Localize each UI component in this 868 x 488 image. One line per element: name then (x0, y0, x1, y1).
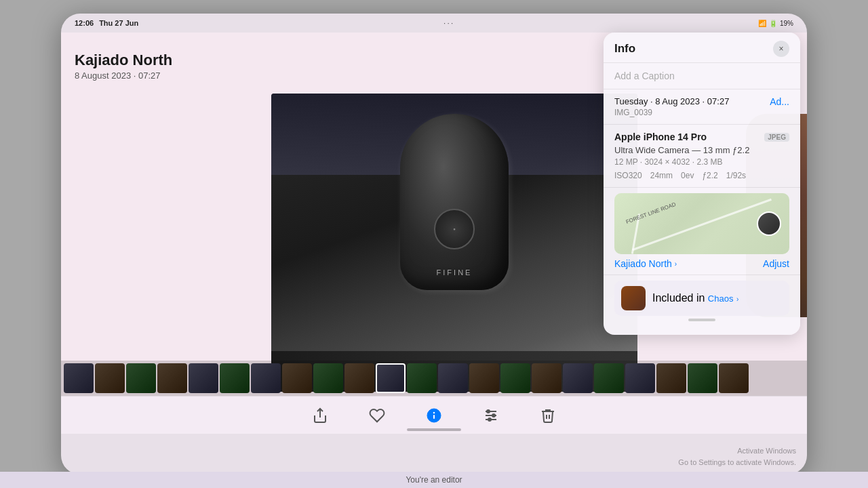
focal-value: 24mm (650, 171, 673, 180)
status-right: 📶 🔋 19% (758, 20, 793, 27)
list-item[interactable] (719, 363, 749, 393)
status-time: 12:06 (75, 19, 94, 27)
main-photo: ● FIFINE (271, 94, 637, 392)
windows-line2: Go to Settings to activate Windows. (678, 457, 796, 469)
list-item[interactable] (688, 363, 717, 393)
camera-section: Apple iPhone 14 Pro JPEG Ultra Wide Came… (604, 125, 800, 188)
chaos-album-link[interactable]: Chaos (708, 293, 734, 304)
map-photo-thumbnail (757, 211, 781, 236)
location-chevron-icon: › (675, 260, 677, 268)
list-item[interactable] (656, 363, 686, 393)
adjust-button[interactable] (479, 403, 503, 428)
camera-specs: 12 MP · 3024 × 4032 · 2.3 MB (614, 157, 789, 167)
film-strip (61, 361, 807, 396)
chaos-chevron-icon: › (736, 296, 738, 303)
list-item[interactable] (625, 363, 655, 393)
list-item[interactable] (189, 363, 218, 393)
aperture-value: ƒ2.2 (702, 171, 717, 180)
svg-point-8 (492, 414, 495, 417)
close-icon: × (778, 44, 783, 54)
battery-level: 19% (780, 20, 793, 27)
list-item[interactable] (95, 363, 125, 393)
shutter-value: 1/92s (726, 171, 746, 180)
camera-params: ISO320 24mm 0ev ƒ2.2 1/92s (614, 171, 789, 180)
svg-point-7 (487, 410, 490, 413)
album-date: 8 August 2023 · 07:27 (75, 70, 172, 81)
like-button[interactable] (365, 403, 389, 428)
wifi-icon: 📶 (758, 20, 766, 27)
tablet-frame: 12:06 Thu 27 Jun · · · 📶 🔋 19% Kajiado N… (61, 14, 807, 474)
ev-value: 0ev (681, 171, 694, 180)
info-header: Info × (604, 33, 800, 63)
date-section: Tuesday · 8 Aug 2023 · 07:27 IMG_0039 Ad… (604, 89, 800, 125)
info-panel: Info × Add a Caption Tuesday · 8 Aug 202… (604, 33, 800, 335)
add-to-album-button[interactable]: Ad... (770, 96, 789, 107)
list-item[interactable] (500, 363, 530, 393)
mic-logo: ● (434, 209, 475, 249)
list-item[interactable] (251, 363, 281, 393)
location-row: Kajiado North › Adjust (614, 258, 789, 269)
editor-bar-text: You're an editor (406, 475, 462, 485)
caption-placeholder: Add a Caption (614, 70, 675, 81)
windows-line1: Activate Windows (678, 445, 796, 458)
album-header: Kajiado North 8 August 2023 · 07:27 (75, 52, 172, 81)
list-item[interactable] (220, 363, 250, 393)
list-item[interactable] (563, 363, 593, 393)
included-in-text: Included in Chaos › (652, 292, 738, 304)
info-button[interactable] (422, 403, 446, 428)
date-info: Tuesday · 8 Aug 2023 · 07:27 IMG_0039 (614, 96, 729, 117)
status-date: Thu 27 Jun (99, 19, 138, 27)
iso-value: ISO320 (614, 171, 642, 180)
album-title: Kajiado North (75, 52, 172, 69)
jpeg-badge: JPEG (764, 133, 789, 142)
list-item[interactable] (157, 363, 187, 393)
chaos-album-thumbnail (621, 286, 646, 310)
map-section: FOREST LINE ROAD Kajiado North › Adjust (604, 188, 800, 275)
windows-watermark: Activate Windows Go to Settings to activ… (678, 445, 796, 469)
scroll-indicator (688, 319, 715, 321)
date-text: Tuesday · 8 Aug 2023 · 07:27 (614, 96, 729, 106)
list-item[interactable] (64, 363, 94, 393)
camera-lens: Ultra Wide Camera — 13 mm ƒ2.2 (614, 145, 789, 155)
list-item[interactable] (469, 363, 499, 393)
camera-name-row: Apple iPhone 14 Pro JPEG (614, 131, 789, 142)
location-link[interactable]: Kajiado North (614, 258, 672, 269)
adjust-location-button[interactable]: Adjust (763, 258, 789, 269)
mic-body: ● FIFINE (400, 114, 509, 290)
list-item[interactable] (344, 363, 374, 393)
home-indicator (407, 428, 461, 431)
chaos-section: Included in Chaos › (604, 275, 800, 335)
list-item[interactable] (532, 363, 561, 393)
status-center: · · · (443, 20, 453, 27)
info-title: Info (614, 42, 635, 56)
list-item[interactable] (407, 363, 437, 393)
mic-logo-inner: ● (453, 227, 456, 231)
filename: IMG_0039 (614, 108, 729, 117)
list-item[interactable] (376, 363, 406, 393)
list-item[interactable] (594, 363, 624, 393)
chaos-row[interactable]: Included in Chaos › (614, 281, 789, 316)
caption-area[interactable]: Add a Caption (604, 63, 800, 89)
camera-name: Apple iPhone 14 Pro (614, 131, 707, 142)
share-button[interactable] (308, 403, 332, 428)
svg-point-9 (488, 418, 491, 421)
delete-button[interactable] (536, 403, 560, 428)
close-button[interactable]: × (773, 41, 789, 57)
list-item[interactable] (313, 363, 343, 393)
list-item[interactable] (282, 363, 312, 393)
mic-brand: FIFINE (437, 268, 473, 277)
list-item[interactable] (438, 363, 468, 393)
map-preview[interactable]: FOREST LINE ROAD (614, 193, 789, 254)
included-in-label: Included in (652, 292, 705, 304)
status-bar: 12:06 Thu 27 Jun · · · 📶 🔋 19% (61, 14, 807, 33)
list-item[interactable] (126, 363, 156, 393)
battery-icon: 🔋 (769, 20, 777, 27)
